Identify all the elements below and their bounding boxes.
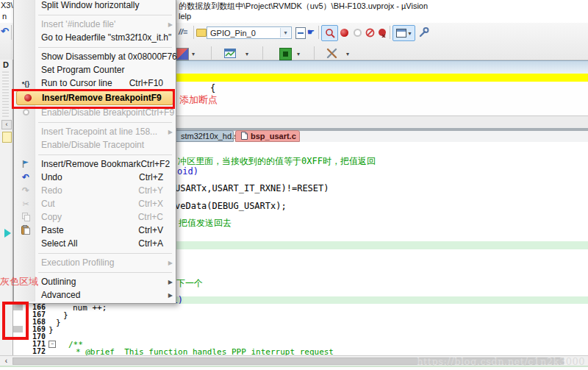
current-statement-arrow-icon [4,229,11,238]
jump-hand-icon[interactable]: ☛ [307,27,315,37]
editor-code-fragment: veData(DEBUG_USARTx); [175,201,287,211]
serial-windows-arrow-icon[interactable]: ▾ [192,51,195,57]
menu-item-shortcut: Ctrl+X [138,199,171,209]
menu-item-copy[interactable]: CopyCtrl+C [15,210,175,224]
line-number: 172 [26,347,46,355]
toolbox-icon[interactable] [326,47,339,59]
menu-item-run-to-cursor-line[interactable]: *{}Run to Cursor lineCtrl+F10 [15,77,175,90]
tab-label: stm32f10x_hd.s [181,132,238,140]
window-bottom-edge [0,366,588,370]
editor-code-line: } [56,318,61,327]
menu-item-redo[interactable]: ↷RedoCtrl+Y [15,184,175,197]
highlight-row [174,241,588,249]
submenu-arrow-icon: ▶ [168,292,173,299]
menu-item-go-to-headerfile-stm32f10x-it-h[interactable]: Go to Headerfile "stm32f10x_it.h" [15,31,175,44]
annotation-rect-gutter [2,302,29,340]
editor-code-fragment: 下一个 [176,277,203,290]
menu-item-split-window-horizontally[interactable]: Split Window horizontally [15,0,175,12]
disassembly-panel-label: D [3,60,9,69]
toolbar-grip[interactable] [2,71,9,117]
menu-item-label: Execution Profiling [41,257,114,268]
menu-item-shortcut: Ctrl+V [138,225,171,235]
window-layout-icon[interactable]: ▾ [392,25,415,41]
menu-item-shortcut: Ctrl+Z [139,172,171,182]
scroll-left-icon[interactable]: ‹ [1,120,12,129]
system-viewer-arrow-icon[interactable]: ▾ [297,51,300,57]
window-title: 的数据放到数组中\Project\RVMDK（uv5）\BH-F103.uvpr… [179,1,428,12]
analysis-windows-icon[interactable] [224,48,236,58]
menu-item-insert-tracepoint-at-line-158[interactable]: Insert Tracepoint at line 158...▶ [15,125,175,138]
editor-code-fragment: USARTx,USART_IT_RXNE)!=RESET) [175,183,329,193]
menu-item-select-all[interactable]: Select AllCtrl+A [15,237,175,250]
menu-item-insert-include-file[interactable]: Insert '#include file'▶ [15,18,175,31]
open-folder-icon[interactable] [196,29,207,37]
disable-all-breakpoints-icon[interactable] [365,28,375,38]
menubar-fragment: n [2,12,7,21]
find-icon[interactable] [321,25,338,41]
menu-item-label: Go to Headerfile "stm32f10x_it.h" [41,32,171,43]
editor-code-line: num ++; [73,303,107,313]
annotation-add-breakpoint: 添加断点 [179,93,218,107]
toolbox-arrow-icon[interactable]: ▾ [346,51,349,57]
menu-item-show-disassembly-at-0x08000f76[interactable]: Show Disassembly at 0x08000F76 [15,50,175,63]
paste-icon [18,225,33,235]
submenu-arrow-icon: ▶ [168,279,173,285]
bookmark-icon [18,160,33,169]
annotation-gray-area: 灰色区域 [0,275,38,288]
function-combo[interactable]: GPIO_Pin_0 ▾ [207,26,292,39]
editor-code-fragment: 把值发送回去 [179,217,232,230]
tab-label: bsp_usart.c [251,132,296,140]
kill-all-breakpoints-icon[interactable] [378,28,387,38]
system-viewer-icon[interactable] [279,48,292,60]
document-icon [241,132,248,141]
editor-code-fragment: 冲区里面，当接收到的的值等于0XFF时，把值返回 [178,155,376,168]
menu-item-shortcut: Ctrl+A [138,238,171,249]
menu-item-undo[interactable]: ↶UndoCtrl+Z [15,171,175,184]
menu-item-paste[interactable]: PasteCtrl+V [15,224,175,237]
combo-arrow-icon[interactable]: ▾ [280,28,290,38]
menu-item-label: Advanced [41,290,80,300]
menu-item-execution-profiling[interactable]: Execution Profiling▶ [15,256,175,269]
editor-code-line: } [49,325,54,335]
menu-item-shortcut: Ctrl+F9 [145,107,182,118]
scrollbar-left-arrow-icon[interactable]: ‹ [1,357,11,365]
insert-breakpoint-icon[interactable] [340,29,348,37]
menu-separator [15,269,175,275]
horizontal-scrollbar[interactable]: ‹ https://blog.csdn.net/c1n2k3000 [0,355,588,366]
analysis-windows-arrow-icon[interactable]: ▾ [245,51,248,57]
menu-item-shortcut: Ctrl+F2 [140,159,177,169]
menu-item-enable-disable-tracepoint[interactable]: Enable/Disable Tracepoint [15,138,175,152]
editor-code-line: } [63,310,68,320]
annotation-rect-breakpoint-item [12,89,175,109]
menu-item-cut[interactable]: ✂CutCtrl+X [15,197,175,210]
menu-item-shortcut: Ctrl+F10 [129,78,171,88]
enable-breakpoint-icon [18,109,33,116]
code-brace: { [210,83,215,93]
menu-item-insert-remove-bookmark[interactable]: Insert/Remove BookmarkCtrl+F2 [15,157,175,171]
tab-bsp-usart-c[interactable]: bsp_usart.c [235,130,300,142]
editor-code-line: * @brief This function handles PPP inter… [76,347,334,355]
menu-item-advanced[interactable]: Advanced▶ [15,288,175,302]
menu-separator [15,119,175,125]
menu-item-set-program-counter[interactable]: Set Program Counter [15,63,175,77]
submenu-arrow-icon: ▶ [168,260,173,266]
menu-item-label: Select All [41,238,77,249]
fold-toggle-icon[interactable]: − [49,341,56,348]
menu-item-outlining[interactable]: Outlining▶ [15,275,175,288]
menu-help[interactable]: lelp [179,12,191,21]
undo-toolbar-icon[interactable]: ↶ [1,26,9,37]
copy-icon [18,213,33,222]
wrench-icon[interactable] [417,26,429,38]
tab-stm32f10x-hd-s[interactable]: stm32f10x_hd.s [175,130,234,142]
editor-context-menu: Split Window horizontallyInsert '#includ… [13,0,176,304]
menu-item-label: Show Disassembly at 0x08000F76 [41,51,177,62]
enable-breakpoint-toolbar-icon[interactable] [354,29,362,37]
find-in-files-icon[interactable] [295,27,306,39]
cut-icon: ✂ [18,200,33,207]
comment-toolbar-icon[interactable]: //≡ [179,27,188,36]
menu-item-label: Insert '#include file' [41,19,115,29]
serial-windows-icon[interactable] [176,48,189,60]
menu-item-shortcut: Ctrl+C [138,212,171,222]
combo-value: GPIO_Pin_0 [210,29,256,38]
menu-item-label: Run to Cursor line [41,78,112,88]
